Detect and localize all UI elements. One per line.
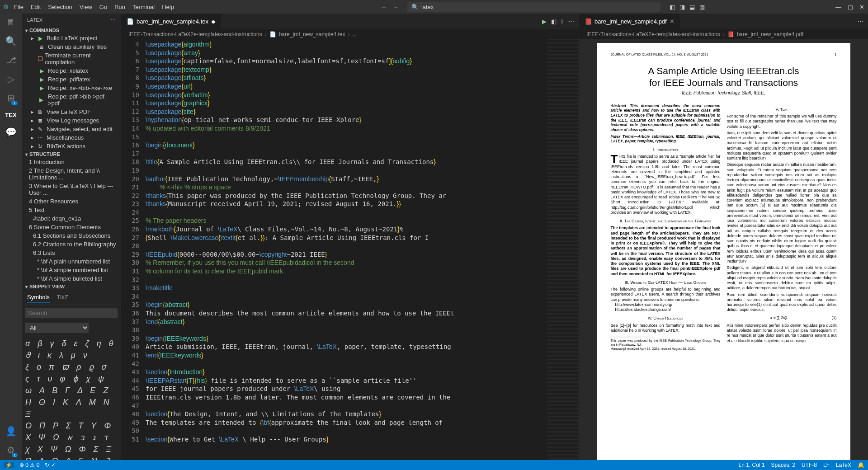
pdf-group: 📕 bare_jrnl_new_sample4.pdf ✕ ⋯ IEEE-Tra… <box>579 14 868 460</box>
window-minimize-icon[interactable]: — <box>835 4 841 10</box>
explorer-icon[interactable]: 🗎 <box>6 17 15 28</box>
terminate[interactable]: Terminate current compilation <box>22 51 121 66</box>
snippet-tab-tikz[interactable]: TikZ <box>57 292 68 303</box>
line-numbers: 4567891011121314151617181920212223242526… <box>121 39 146 460</box>
bibtex[interactable]: ▸↻BibTeX actions <box>22 142 121 150</box>
structure-item[interactable]: 6.3 Lists <box>22 249 121 257</box>
code-editor[interactable]: \usepackage{algorithm} \usepackage{array… <box>146 39 547 460</box>
editor-tabs: 📄 bare_jrnl_new_sample4.tex ● ▶ ◧ ⫴ ⋯ <box>121 14 579 29</box>
menu-file[interactable]: File <box>10 4 27 10</box>
editor-group: 📄 bare_jrnl_new_sample4.tex ● ▶ ◧ ⫴ ⋯ IE… <box>121 14 579 460</box>
window-close-icon[interactable]: ✕ <box>859 4 864 10</box>
recipe-2[interactable]: ▶Recipe: xe->bib->xe->xe <box>22 84 121 92</box>
language-mode[interactable]: LaTeX <box>836 462 851 468</box>
menu-terminal[interactable]: Terminal <box>129 4 158 10</box>
section-commands[interactable]: ▾COMMANDS <box>22 27 121 34</box>
snippet-category-select[interactable]: All <box>25 323 89 333</box>
structure-item[interactable]: 5 Text <box>22 206 121 214</box>
indentation[interactable]: Spaces: 2 <box>771 462 795 468</box>
account-icon[interactable]: 👤 <box>5 426 17 437</box>
structure-item[interactable]: 6.1 Sections and Subsections <box>22 231 121 240</box>
pdf-page: JOURNAL OF LATEX CLASS FILES, VOL. 14, N… <box>597 43 850 460</box>
latex-icon[interactable]: TEX <box>5 112 16 118</box>
layout-panel-icon[interactable]: ◨ <box>679 4 685 10</box>
sidebar-title: LATEX⋯ <box>22 14 121 27</box>
pdf-breadcrumb[interactable]: IEEE-Transactions-LaTeX2e-templates-and-… <box>579 29 868 39</box>
nav-forward-icon[interactable]: → <box>392 4 398 10</box>
structure-item[interactable]: 6.2 Citations to the Bibliography <box>22 240 121 249</box>
editor-breadcrumb[interactable]: IEEE-Transactions-LaTeX2e-templates-and-… <box>121 29 579 39</box>
extensions-icon[interactable]: ⊞ <box>7 93 15 103</box>
modified-icon: ● <box>211 18 216 26</box>
nav-back-icon[interactable]: ← <box>381 4 387 10</box>
menu-help[interactable]: Help <box>158 4 178 10</box>
problems-indicator[interactable]: ⊗ 0 ⚠ 0 <box>19 462 39 468</box>
search-text: latex <box>421 4 434 10</box>
window-maximize-icon[interactable]: ▢ <box>848 4 853 10</box>
settings-icon[interactable]: ⚙ <box>7 445 15 456</box>
pdf-tabs: 📕 bare_jrnl_new_sample4.pdf ✕ ⋯ <box>579 14 868 29</box>
close-icon[interactable]: ✕ <box>670 18 675 25</box>
snippet-tab-symbols[interactable]: Symbols <box>27 292 50 303</box>
minimap[interactable] <box>547 39 579 460</box>
structure-item[interactable]: * \bf A simple bulleted list <box>22 274 121 283</box>
tex-file-icon: 📄 <box>127 18 134 25</box>
pdf-tab[interactable]: 📕 bare_jrnl_new_sample4.pdf ✕ <box>579 14 680 29</box>
cursor-position[interactable]: Ln 1, Col 1 <box>739 462 765 468</box>
build-status[interactable]: ↻ ✓ <box>45 462 55 468</box>
clean-aux[interactable]: ≣Clean up auxiliary files <box>22 42 121 51</box>
command-center[interactable]: 🔍 latex <box>407 2 660 12</box>
layout-primary-icon[interactable]: ◧ <box>670 4 675 10</box>
remote-indicator[interactable]: ⚡ <box>4 462 14 468</box>
chat-icon[interactable]: 💬 <box>5 127 17 137</box>
vscode-icon: ⧉ <box>4 3 8 10</box>
view-log[interactable]: ▸≣View Log messages <box>22 116 121 125</box>
structure-item[interactable]: 6 Some Common Elements <box>22 223 121 231</box>
pdf-file-icon: 📕 <box>585 18 592 25</box>
diff-icon[interactable]: ⫴ <box>561 18 564 25</box>
menu-selection[interactable]: Selection <box>44 4 75 10</box>
search-icon[interactable]: 🔍 <box>5 36 17 47</box>
status-bar: ⚡ ⊗ 0 ⚠ 0 ↻ ✓ Ln 1, Col 1 Spaces: 2 UTF-… <box>0 460 868 470</box>
menu-view[interactable]: View <box>76 4 96 10</box>
structure-item[interactable]: 4 Other Resources <box>22 197 121 206</box>
eol[interactable]: LF <box>823 462 830 468</box>
menu-go[interactable]: Go <box>96 4 111 10</box>
menu-edit[interactable]: Edit <box>27 4 44 10</box>
structure-item[interactable]: #label: deqn_ex1a <box>22 214 121 223</box>
misc[interactable]: ▸⋯Miscellaneous <box>22 133 121 142</box>
structure-item[interactable]: * \bf A simple numbered list <box>22 266 121 274</box>
encoding[interactable]: UTF-8 <box>802 462 817 468</box>
editor-tab-tex[interactable]: 📄 bare_jrnl_new_sample4.tex ● <box>121 14 222 29</box>
layout-customize-icon[interactable]: ▦ <box>699 4 705 10</box>
recipe-1[interactable]: ▶Recipe: pdflatex <box>22 75 121 84</box>
search-icon: 🔍 <box>411 4 419 10</box>
section-structure[interactable]: ▾STRUCTURE <box>22 150 121 158</box>
structure-item[interactable]: 1 Introduction <box>22 158 121 166</box>
scm-icon[interactable]: ⎇ <box>6 55 16 66</box>
layout-sidebar-icon[interactable]: ⬓ <box>689 4 695 10</box>
more-icon[interactable]: ⋯ <box>111 17 116 23</box>
activity-bar: 🗎 🔍 ⎇ ▷ ⊞ TEX 💬 👤 ⚙ <box>0 14 22 460</box>
more-icon[interactable]: ⋯ <box>858 18 863 25</box>
sidebar: LATEX⋯ ▾COMMANDS ▸▶Build LaTeX project ≣… <box>22 14 121 460</box>
debug-icon[interactable]: ▷ <box>8 74 14 85</box>
split-icon[interactable]: ◧ <box>551 18 557 25</box>
snippet-search-input[interactable] <box>25 308 118 318</box>
symbols-grid[interactable]: α β γ δ ε ζ η θ ϑ ι κ λ μ νξ ο π ϖ ρ ϱ σ… <box>22 335 121 460</box>
run-icon[interactable]: ▶ <box>542 18 547 25</box>
menu-run[interactable]: Run <box>111 4 129 10</box>
more-icon[interactable]: ⋯ <box>568 18 574 25</box>
view-pdf[interactable]: ▸🗎View LaTeX PDF <box>22 108 121 116</box>
title-bar: ⧉ File Edit Selection View Go Run Termin… <box>0 0 868 14</box>
pdf-viewer[interactable]: JOURNAL OF LATEX CLASS FILES, VOL. 14, N… <box>579 39 868 460</box>
structure-item[interactable]: 3 Where to Get \LaTeX \ Help --- User ..… <box>22 182 121 197</box>
recipe-0[interactable]: ▶Recipe: xelatex <box>22 66 121 75</box>
recipe-3[interactable]: ▶Recipe: pdf->bib->pdf->pdf <box>22 92 121 108</box>
navigate[interactable]: ▸✎Navigate, select, and edit <box>22 125 121 133</box>
build-project[interactable]: ▸▶Build LaTeX project <box>22 34 121 42</box>
structure-item[interactable]: 2 The Design, Intent, and \\ Limitations… <box>22 166 121 182</box>
notifications-icon[interactable]: 🔔 <box>858 462 864 468</box>
section-snippet[interactable]: ▾SNIPPET VIEW <box>22 283 121 290</box>
structure-item[interactable]: * \bf A plain unnumbered list <box>22 257 121 266</box>
